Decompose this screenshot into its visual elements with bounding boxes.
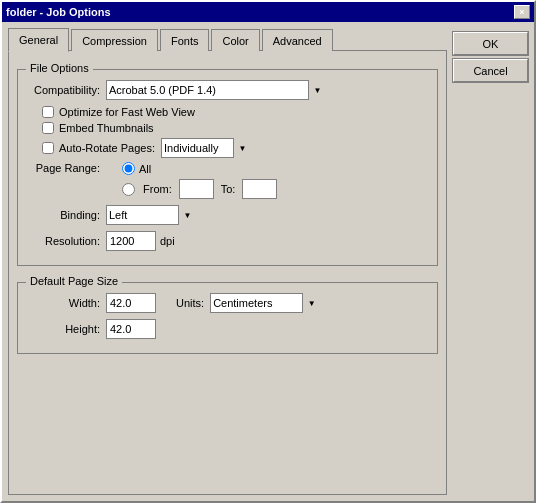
main-panel: General Compression Fonts Color Advanced <box>8 28 447 495</box>
width-input[interactable]: 42.0 <box>106 293 156 313</box>
page-range-section: All From: To: <box>122 162 277 199</box>
window: folder - Job Options × General Compressi… <box>0 0 536 503</box>
embed-thumbnails-checkbox[interactable] <box>42 122 54 134</box>
embed-thumbnails-row: Embed Thumbnails <box>42 122 429 134</box>
binding-row: Binding: Left Right ▼ <box>26 205 429 225</box>
from-radio[interactable] <box>122 183 135 196</box>
ok-button[interactable]: OK <box>453 32 528 55</box>
content-area: General Compression Fonts Color Advanced <box>2 22 534 501</box>
units-label: Units: <box>176 297 204 309</box>
resolution-input[interactable]: 1200 <box>106 231 156 251</box>
tab-color[interactable]: Color <box>211 29 259 51</box>
from-input[interactable] <box>179 179 214 199</box>
units-select-wrapper: Centimeters Inches Points Picas Millimet… <box>210 293 320 313</box>
title-bar: folder - Job Options × <box>2 2 534 22</box>
optimize-checkbox[interactable] <box>42 106 54 118</box>
width-row: Width: 42.0 Units: Centimeters Inches Po… <box>26 293 429 313</box>
tab-compression[interactable]: Compression <box>71 29 158 51</box>
from-to-row: From: To: <box>122 179 277 199</box>
page-range-row: Page Range: All From: To: <box>26 162 429 199</box>
default-page-size-group: Default Page Size Width: 42.0 Units: Cen… <box>17 282 438 354</box>
optimize-row: Optimize for Fast Web View <box>42 106 429 118</box>
cancel-button[interactable]: Cancel <box>453 59 528 82</box>
all-radio[interactable] <box>122 162 135 175</box>
compatibility-row: Compatibility: Acrobat 5.0 (PDF 1.4) Acr… <box>26 80 429 100</box>
all-radio-row: All <box>122 162 277 175</box>
tab-content: File Options Compatibility: Acrobat 5.0 … <box>8 50 447 495</box>
resolution-row: Resolution: 1200 dpi <box>26 231 429 251</box>
height-row: Height: 42.0 <box>26 319 429 339</box>
tab-advanced[interactable]: Advanced <box>262 29 333 51</box>
height-input[interactable]: 42.0 <box>106 319 156 339</box>
auto-rotate-select[interactable]: Individually None All <box>161 138 251 158</box>
tabs-bar: General Compression Fonts Color Advanced <box>8 28 447 51</box>
from-label: From: <box>143 183 172 195</box>
resolution-label: Resolution: <box>26 235 106 247</box>
page-range-label: Page Range: <box>26 162 106 174</box>
to-label: To: <box>221 183 236 195</box>
compatibility-label: Compatibility: <box>26 84 106 96</box>
compatibility-select-wrapper: Acrobat 5.0 (PDF 1.4) Acrobat 4.0 (PDF 1… <box>106 80 326 100</box>
width-label: Width: <box>26 297 106 309</box>
file-options-label: File Options <box>26 62 93 74</box>
all-label: All <box>139 163 151 175</box>
side-buttons: OK Cancel <box>453 28 528 495</box>
compatibility-select[interactable]: Acrobat 5.0 (PDF 1.4) Acrobat 4.0 (PDF 1… <box>106 80 326 100</box>
height-label: Height: <box>26 323 106 335</box>
auto-rotate-checkbox[interactable] <box>42 142 54 154</box>
auto-rotate-select-wrapper: Individually None All ▼ <box>161 138 251 158</box>
embed-thumbnails-label: Embed Thumbnails <box>59 122 154 134</box>
close-button[interactable]: × <box>514 5 530 19</box>
to-input[interactable] <box>242 179 277 199</box>
window-title: folder - Job Options <box>6 6 111 18</box>
default-page-size-label: Default Page Size <box>26 275 122 287</box>
binding-label: Binding: <box>26 209 106 221</box>
tab-fonts[interactable]: Fonts <box>160 29 210 51</box>
dpi-label: dpi <box>160 235 175 247</box>
units-select[interactable]: Centimeters Inches Points Picas Millimet… <box>210 293 320 313</box>
auto-rotate-row: Auto-Rotate Pages: Individually None All… <box>42 138 429 158</box>
binding-select[interactable]: Left Right <box>106 205 196 225</box>
binding-select-wrapper: Left Right ▼ <box>106 205 196 225</box>
tab-general[interactable]: General <box>8 28 69 52</box>
title-bar-buttons: × <box>514 5 530 19</box>
optimize-label: Optimize for Fast Web View <box>59 106 195 118</box>
file-options-group: File Options Compatibility: Acrobat 5.0 … <box>17 69 438 266</box>
auto-rotate-label: Auto-Rotate Pages: <box>59 142 155 154</box>
